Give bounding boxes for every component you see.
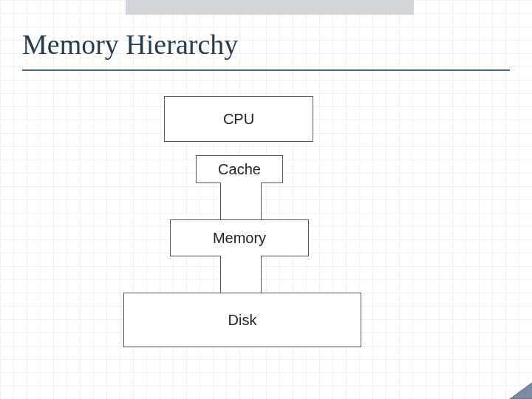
- memory-box: Memory: [170, 219, 309, 256]
- connector-memory-disk: [220, 256, 262, 293]
- title-underline: [22, 69, 510, 71]
- page-corner-fold-icon: [510, 383, 532, 399]
- cpu-label: CPU: [223, 111, 254, 128]
- memory-label: Memory: [213, 230, 266, 247]
- cpu-box: CPU: [164, 96, 313, 142]
- top-fade-bar: [126, 0, 414, 15]
- slide-title: Memory Hierarchy: [22, 28, 238, 61]
- cache-label: Cache: [218, 161, 261, 178]
- disk-label: Disk: [228, 312, 257, 329]
- cache-box: Cache: [196, 155, 283, 183]
- disk-box: Disk: [123, 293, 361, 347]
- connector-cache-memory: [220, 183, 262, 219]
